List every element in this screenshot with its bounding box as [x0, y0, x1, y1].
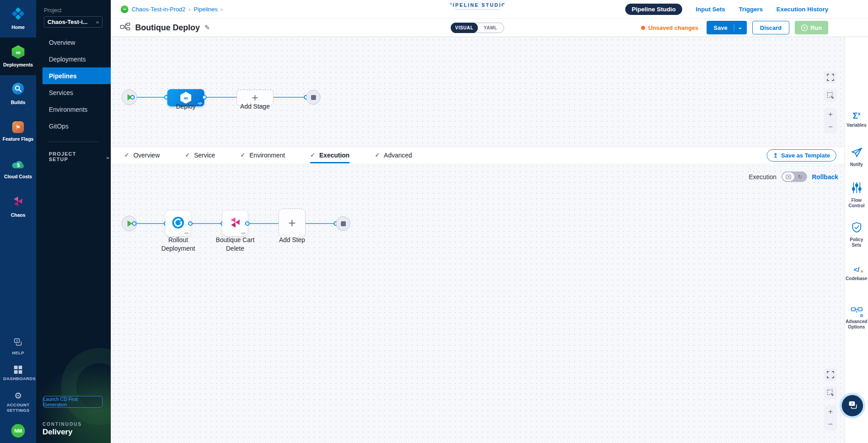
nav-account-settings[interactable]: ⚙ ACCOUNT SETTINGS	[3, 391, 33, 413]
save-caret-icon[interactable]: ⌄	[738, 24, 747, 31]
add-step-node[interactable]: +	[278, 209, 306, 238]
execution-canvas[interactable]: Execution ↻ Rollback	[111, 163, 844, 443]
zoom-in-button[interactable]: +	[824, 108, 837, 121]
toolbar-flow-control[interactable]: Flow Control	[845, 182, 868, 209]
svg-text:?: ?	[851, 402, 853, 406]
nav-home[interactable]: Home	[0, 0, 36, 38]
fit-to-view-button[interactable]	[824, 89, 837, 102]
fullscreen-button[interactable]	[824, 368, 837, 381]
tab-service[interactable]: ✓ Service	[185, 147, 215, 163]
pipeline-end-node[interactable]	[306, 90, 321, 105]
project-setup-section[interactable]: PROJECT SETUP ⌄	[49, 151, 111, 162]
save-as-template-button[interactable]: ↥ Save as Template	[767, 149, 836, 162]
discard-button[interactable]: Discard	[752, 21, 789, 34]
toolbar-variables-label: Variables	[847, 123, 867, 128]
step-boutique-cart-delete[interactable]: </>	[222, 211, 248, 236]
execution-end-node[interactable]	[336, 216, 350, 231]
tab-pipeline-studio[interactable]: Pipeline Studio	[625, 4, 682, 15]
zoom-out-button[interactable]: −	[824, 121, 837, 133]
toolbar-codebase[interactable]: </ ▲ Codebase	[845, 266, 868, 281]
nav-deployments[interactable]: ∞ Deployments	[0, 38, 36, 75]
feature-flags-icon: ⚑	[12, 121, 24, 133]
save-button[interactable]: Save ⌄	[707, 21, 747, 34]
nav-deployments-label: Deployments	[3, 62, 33, 67]
visual-yaml-toggle[interactable]: VISUAL YAML	[451, 23, 504, 33]
nav-home-label: Home	[11, 24, 24, 30]
tab-overview-label: Overview	[133, 152, 160, 159]
toggle-visual[interactable]: VISUAL	[451, 23, 478, 33]
content-column: ∞ </> Deploy + Add Stage	[111, 37, 844, 443]
stop-icon	[341, 221, 346, 226]
nav-builds[interactable]: Builds	[0, 75, 36, 113]
execution-rollback-toggle[interactable]: ↻	[782, 171, 807, 182]
stop-icon	[311, 95, 316, 100]
run-button[interactable]: Run	[795, 21, 828, 34]
chaos-step-icon	[229, 216, 241, 230]
sidebar-item-overview[interactable]: Overview	[36, 34, 111, 51]
tab-overview[interactable]: ✓ Overview	[124, 147, 160, 163]
sidebar-glow	[36, 280, 111, 443]
unsaved-label: Unsaved changes	[648, 24, 698, 31]
nav-cloud-costs[interactable]: $ Cloud Costs	[0, 150, 36, 188]
rollback-view-icon[interactable]: ↻	[794, 172, 806, 181]
toolbar-codebase-label: Codebase	[846, 276, 868, 281]
toolbar-policy-sets[interactable]: Policy Sets	[845, 222, 868, 248]
code-badge: </>	[184, 232, 189, 235]
tab-execution[interactable]: ✓ Execution	[310, 147, 349, 163]
nav-feature-flags[interactable]: ⚑ Feature Flags	[0, 113, 36, 150]
zoom-out-button[interactable]: −	[824, 418, 837, 431]
toolbar-advanced-options[interactable]: ⚙ Advanced Options	[845, 307, 868, 330]
sidebar-item-deployments[interactable]: Deployments	[36, 51, 111, 67]
footer-kicker: CONTINUOUS	[42, 422, 82, 427]
edit-title-icon[interactable]: ✎	[204, 24, 210, 32]
warning-icon: ▲	[859, 267, 864, 275]
toolbar-advanced-options-label: Advanced Options	[846, 319, 868, 330]
help-icon: ?	[14, 338, 23, 348]
run-play-icon	[801, 24, 808, 31]
tab-triggers[interactable]: Triggers	[739, 6, 763, 13]
launch-cd-first-gen-button[interactable]: Launch CD First Generation	[43, 396, 103, 408]
tab-input-sets[interactable]: Input Sets	[696, 6, 725, 13]
project-selector[interactable]: Chaos-Test-i... »	[44, 16, 103, 28]
execution-view-icon[interactable]	[783, 172, 794, 181]
tab-environment[interactable]: ✓ Environment	[241, 147, 285, 163]
chat-icon: ?	[848, 400, 858, 411]
cloud-costs-icon: $	[11, 159, 25, 171]
sidebar-item-environments[interactable]: Environments	[36, 101, 111, 118]
rollback-link[interactable]: Rollback	[812, 173, 838, 181]
add-step-label: Add Step	[279, 236, 305, 244]
tab-environment-label: Environment	[250, 152, 285, 159]
user-avatar[interactable]: NM	[11, 424, 25, 438]
zoom-controls[interactable]: + −	[824, 405, 837, 431]
breadcrumb-project[interactable]: Chaos-Test-in-Prod2	[132, 6, 185, 13]
save-label: Save	[714, 24, 727, 31]
fit-to-view-button[interactable]	[824, 386, 837, 399]
chevron-down-icon: ⌄	[105, 153, 111, 160]
zoom-in-button[interactable]: +	[824, 405, 837, 418]
step-rollout-deployment[interactable]: </>	[165, 211, 191, 236]
tab-advanced-label: Advanced	[384, 152, 412, 159]
breadcrumb-pipelines[interactable]: Pipelines	[194, 6, 218, 13]
toggle-yaml[interactable]: YAML	[477, 23, 504, 33]
title-actions: Unsaved changes Save ⌄ Discard Run	[641, 21, 828, 34]
zoom-controls[interactable]: + −	[824, 108, 837, 133]
sidebar-footer: CONTINUOUS Delivery	[42, 422, 82, 437]
toolbar-variables[interactable]: Σx Variables	[845, 110, 868, 128]
tab-advanced[interactable]: ✓ Advanced	[375, 147, 412, 163]
toolbar-flow-control-label: Flow Control	[846, 198, 868, 209]
sidebar-item-gitops[interactable]: GitOps	[36, 118, 111, 134]
nav-help-label: HELP	[12, 350, 24, 356]
sidebar-item-pipelines[interactable]: Pipelines	[42, 67, 111, 84]
nav-help[interactable]: ? HELP	[12, 338, 24, 356]
nav-chaos-label: Chaos	[11, 212, 25, 218]
toolbar-notify[interactable]: Notify	[845, 147, 868, 167]
tab-execution-history[interactable]: Execution History	[776, 6, 828, 13]
fullscreen-button[interactable]	[824, 71, 837, 84]
sidebar-item-services[interactable]: Services	[36, 84, 111, 101]
connector-dot	[245, 221, 250, 226]
stage-canvas[interactable]: ∞ </> Deploy + Add Stage	[111, 37, 844, 147]
nav-chaos[interactable]: Chaos	[0, 188, 36, 225]
chat-support-button[interactable]: ?	[842, 395, 863, 416]
code-badge: </>	[198, 102, 202, 105]
nav-dashboards[interactable]: DASHBOARDS	[3, 366, 33, 381]
